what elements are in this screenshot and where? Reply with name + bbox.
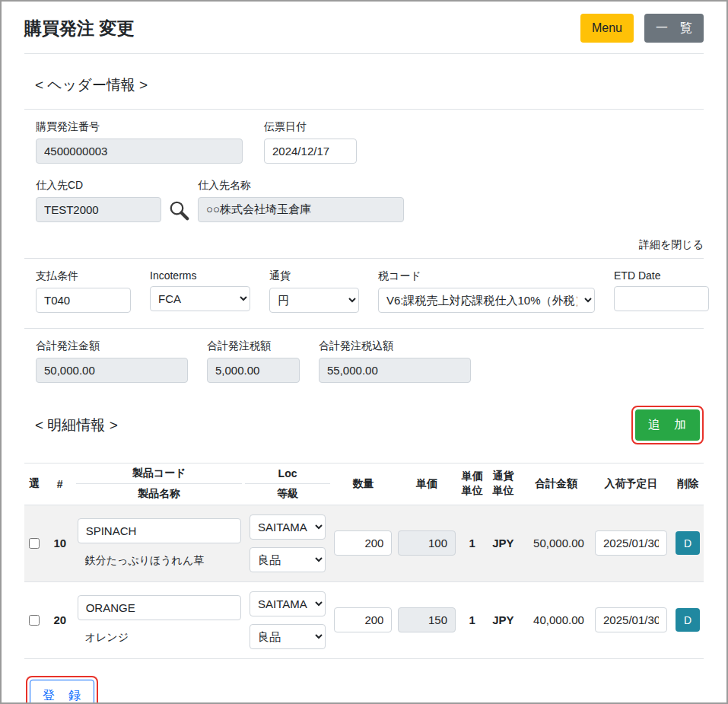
col-header-number: # (47, 478, 73, 490)
slip-date-input[interactable] (264, 139, 357, 164)
col-header-product-code: 製品コード (76, 463, 243, 484)
divider (24, 109, 704, 110)
col-header-product-name: 製品名称 (76, 484, 243, 505)
col-header-delete: 削除 (672, 477, 704, 491)
col-header-unit-price: 単価 (396, 477, 457, 491)
arrival-date-input[interactable] (595, 530, 667, 556)
row-number: 10 (47, 537, 73, 550)
divider (24, 258, 704, 259)
etd-date-input[interactable] (614, 286, 709, 311)
grade-select[interactable]: 良品 (250, 624, 326, 649)
detail-table-header: 選 # 製品コード 製品名称 Loc 等級 数量 単価 単価 単位 通貨 (24, 463, 704, 505)
quantity-input[interactable] (334, 607, 392, 632)
row-select-checkbox[interactable] (29, 538, 40, 549)
col-header-amount: 合計金額 (522, 477, 590, 491)
col-header-arrival-date: 入荷予定日 (593, 477, 669, 491)
row-select-checkbox[interactable] (29, 615, 40, 626)
grade-select[interactable]: 良品 (250, 547, 326, 572)
table-row: 20 オレンジ SAITAMA 良品 1 JPY 40,000.00 D (24, 582, 704, 659)
detail-section-header: < 明細情報 > 追 加 (24, 406, 704, 444)
list-button[interactable]: 一 覧 (644, 14, 704, 43)
loc-select[interactable]: SAITAMA (250, 514, 326, 540)
currency-text: JPY (488, 537, 520, 550)
top-bar: 購買発注 変更 Menu 一 覧 (24, 2, 704, 53)
amount-text: 50,000.00 (522, 537, 590, 550)
col-header-currency-unit: 通貨 単位 (488, 470, 520, 499)
header-field-row-3: 支払条件 Incoterms FCA 通貨 円 税コード V6:課税売上対応課税… (36, 269, 704, 313)
col-header-quantity: 数量 (333, 477, 394, 491)
total-tax-label: 合計発注税額 (207, 339, 300, 353)
top-bar-buttons: Menu 一 覧 (580, 14, 704, 43)
product-cell: 鉄分たっぷりほうれん草 (76, 518, 243, 568)
unit-price-input (398, 530, 456, 556)
loc-cell: SAITAMA 良品 (245, 514, 329, 572)
product-name-text: 鉄分たっぷりほうれん草 (76, 543, 205, 568)
col-header-product: 製品コード 製品名称 (76, 463, 243, 505)
menu-button[interactable]: Menu (580, 14, 634, 43)
product-cell: オレンジ (76, 595, 243, 645)
header-field-row-1: 購買発注番号 伝票日付 (36, 120, 704, 164)
page-title: 購買発注 変更 (24, 17, 134, 40)
header-field-row-2: 仕入先CD 仕入先名称 (36, 179, 704, 222)
register-button[interactable]: 登 録 (30, 680, 94, 704)
po-number-input[interactable] (36, 139, 243, 164)
add-row-button[interactable]: 追 加 (635, 409, 700, 440)
header-field-row-4: 合計発注金額 合計発注税額 合計発注税込額 (36, 339, 704, 383)
detail-section-title: < 明細情報 > (35, 416, 118, 435)
product-code-input[interactable] (78, 595, 241, 620)
close-details-link[interactable]: 詳細を閉じる (639, 238, 704, 250)
delete-row-button[interactable]: D (676, 608, 700, 632)
etd-date-label: ETD Date (614, 269, 709, 282)
delete-row-button[interactable]: D (676, 531, 700, 555)
col-header-select: 選 (24, 477, 44, 491)
col-header-price-unit: 単価 単位 (460, 470, 485, 499)
currency-label: 通貨 (269, 269, 359, 283)
total-incl-tax-label: 合計発注税込額 (319, 339, 471, 353)
product-code-input[interactable] (78, 518, 241, 543)
po-number-label: 購買発注番号 (36, 120, 243, 134)
total-tax-input (207, 358, 300, 383)
register-button-highlight-outline: 登 録 (26, 676, 98, 704)
detail-table: 選 # 製品コード 製品名称 Loc 等級 数量 単価 単価 単位 通貨 (24, 463, 704, 659)
total-amount-input (36, 358, 188, 383)
vendor-name-label: 仕入先名称 (198, 179, 404, 193)
amount-text: 40,000.00 (522, 613, 590, 626)
table-row: 10 鉄分たっぷりほうれん草 SAITAMA 良品 1 JPY 50,000.0… (24, 505, 704, 582)
currency-select[interactable]: 円 (269, 288, 359, 313)
incoterms-select[interactable]: FCA (150, 286, 250, 311)
total-amount-label: 合計発注金額 (36, 339, 188, 353)
purchase-order-change-page: 購買発注 変更 Menu 一 覧 < ヘッダー情報 > 購買発注番号 伝票日付 … (0, 0, 728, 704)
quantity-input[interactable] (334, 530, 392, 556)
payment-terms-label: 支払条件 (36, 269, 131, 283)
header-section-title: < ヘッダー情報 > (35, 75, 704, 95)
footer: 登 録 (26, 676, 704, 704)
arrival-date-input[interactable] (595, 607, 667, 632)
col-header-loc-label: Loc (245, 463, 329, 484)
unit-price-input (398, 607, 456, 632)
search-icon[interactable] (167, 199, 190, 221)
divider (24, 53, 704, 54)
tax-code-label: 税コード (378, 269, 595, 283)
col-header-grade: 等級 (245, 484, 329, 505)
loc-cell: SAITAMA 良品 (245, 591, 329, 649)
price-unit-text: 1 (460, 613, 485, 626)
add-button-highlight-outline: 追 加 (631, 406, 704, 444)
product-name-text: オレンジ (76, 620, 129, 645)
price-unit-text: 1 (460, 537, 485, 550)
vendor-cd-input[interactable] (36, 197, 161, 222)
row-number: 20 (47, 613, 73, 626)
col-header-loc: Loc 等級 (245, 463, 329, 505)
vendor-cd-label: 仕入先CD (36, 179, 161, 193)
incoterms-label: Incoterms (150, 269, 250, 282)
divider (24, 328, 704, 329)
loc-select[interactable]: SAITAMA (250, 591, 326, 616)
currency-text: JPY (488, 613, 520, 626)
vendor-name-input[interactable] (198, 197, 404, 222)
total-incl-tax-input (319, 358, 471, 383)
close-details-row: 詳細を閉じる (24, 237, 704, 252)
slip-date-label: 伝票日付 (264, 120, 357, 134)
payment-terms-input[interactable] (36, 288, 131, 313)
tax-code-select[interactable]: V6:課税売上対応課税仕入10%（外税） (378, 288, 595, 313)
